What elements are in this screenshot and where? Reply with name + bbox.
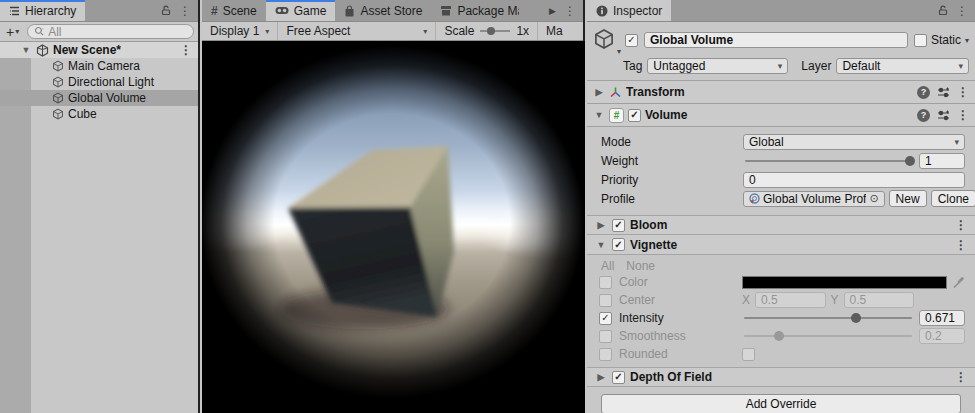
priority-input[interactable]: 0 [743,172,965,188]
smoothness-slider-handle[interactable] [774,331,784,341]
intensity-input[interactable]: 0.671 [919,310,965,326]
rounded-override-checkbox[interactable] [599,348,612,361]
intensity-slider-handle[interactable] [851,313,861,323]
presets-icon[interactable] [937,110,950,121]
chevron-down-icon: ▾ [265,27,269,36]
game-menu-icon[interactable]: ⋮ [564,5,576,17]
maximize-toggle[interactable]: Ma [538,22,583,40]
inspector-panel: Inspector ⋮ [587,0,975,413]
intensity-slider[interactable] [742,310,914,326]
foldout-open-icon[interactable]: ▼ [595,240,607,250]
help-icon[interactable]: ? [917,86,930,99]
scale-slider-handle[interactable] [487,27,495,35]
foldout-closed-icon[interactable]: ▶ [593,87,605,97]
object-picker-icon[interactable]: ⊙ [869,192,878,205]
dof-override-header[interactable]: ▶ ✓ Depth Of Field ⋮ [587,367,975,387]
dof-enabled-checkbox[interactable]: ✓ [612,371,625,384]
lock-icon[interactable] [161,5,171,16]
bloom-override-header[interactable]: ▶ ✓ Bloom ⋮ [587,215,975,235]
weight-input[interactable]: 1 [919,153,965,169]
profile-label: Profile [601,192,739,206]
color-swatch[interactable] [742,276,947,289]
component-menu-icon[interactable]: ⋮ [957,109,969,121]
game-viewport[interactable] [202,41,585,413]
center-override-checkbox[interactable] [599,294,612,307]
tag-dropdown[interactable]: Untagged ▾ [647,58,788,74]
aspect-dropdown[interactable]: Free Aspect ▾ [278,22,436,40]
volume-component-header[interactable]: ▼ # ✓ Volume ? ⋮ [587,104,975,127]
add-override-button[interactable]: Add Override [601,394,961,413]
foldout-closed-icon[interactable]: ▶ [595,372,607,382]
smoothness-override-checkbox[interactable] [599,330,612,343]
intensity-override-checkbox[interactable]: ✓ [599,312,612,325]
tab-scene[interactable]: # Scene [202,0,266,21]
smoothness-input[interactable]: 0.2 [919,328,965,344]
static-dropdown-icon[interactable]: ▾ [965,36,969,45]
foldout-open-icon[interactable]: ▼ [20,45,32,55]
gameobject-icon[interactable]: ▾ [593,28,619,52]
scene-menu-icon[interactable]: ⋮ [180,44,192,56]
profile-clone-button[interactable]: Clone [931,190,975,207]
scale-slider[interactable] [480,26,510,36]
profile-new-button[interactable]: New [889,190,927,207]
hierarchy-item-cube[interactable]: Cube [0,106,198,122]
script-icon: # [609,108,624,123]
vignette-override-header[interactable]: ▼ ✓ Vignette ⋮ [587,235,975,255]
presets-icon[interactable] [937,87,950,98]
transform-icon [609,86,622,99]
item-label: Main Camera [68,59,140,73]
gameobject-cube-icon [52,108,64,120]
transform-component-header[interactable]: ▶ Transform ? ⋮ [587,81,975,104]
tab-hierarchy[interactable]: Hierarchy [0,0,85,21]
select-all-link[interactable]: All [601,259,614,273]
active-checkbox[interactable]: ✓ [625,34,638,47]
override-menu-icon[interactable]: ⋮ [955,371,967,383]
static-checkbox[interactable] [914,34,927,47]
gameobject-name-input[interactable]: Global Volume [644,32,908,48]
component-menu-icon[interactable]: ⋮ [957,86,969,98]
tab-asset-store[interactable]: Asset Store [335,0,431,21]
bloom-title: Bloom [630,218,667,232]
add-object-button[interactable]: + ▾ [4,24,21,40]
tab-scroll-icon[interactable]: ▶ [549,6,556,16]
tab-game[interactable]: Game [266,0,336,21]
add-override-label: Add Override [746,397,817,411]
select-none-link[interactable]: None [626,259,655,273]
hierarchy-item-main-camera[interactable]: Main Camera [0,58,198,74]
game-tabbar: # Scene Game Asset Store [202,0,583,22]
hierarchy-item-global-volume[interactable]: Global Volume [0,90,198,106]
help-icon[interactable]: ? [917,109,930,122]
volume-enabled-checkbox[interactable]: ✓ [628,109,641,122]
tab-package-manager[interactable]: Package Ma [431,0,519,21]
center-y-input[interactable]: 0.5 [844,292,914,308]
mode-dropdown[interactable]: Global ▾ [743,134,965,150]
eyedropper-icon[interactable] [952,276,965,289]
hierarchy-search-input[interactable]: All [27,24,194,39]
display-dropdown[interactable]: Display 1 ▾ [202,22,278,40]
vignette-enabled-checkbox[interactable]: ✓ [612,238,625,251]
vignette-override-body: All None Color [587,255,975,367]
bloom-enabled-checkbox[interactable]: ✓ [612,219,625,232]
weight-slider[interactable] [743,153,915,169]
tab-inspector[interactable]: Inspector [587,0,671,21]
rounded-value-checkbox[interactable] [742,348,755,361]
lock-icon[interactable] [938,5,948,16]
override-menu-icon[interactable]: ⋮ [955,239,967,251]
smoothness-slider[interactable] [742,328,914,344]
scene-row[interactable]: ▼ New Scene* ⋮ [0,42,198,58]
color-override-checkbox[interactable] [599,276,612,289]
foldout-open-icon[interactable]: ▼ [593,110,605,120]
inspector-menu-icon[interactable]: ⋮ [956,5,968,17]
foldout-closed-icon[interactable]: ▶ [595,220,607,230]
chevron-down-icon: ▾ [423,27,427,36]
override-menu-icon[interactable]: ⋮ [955,219,967,231]
layer-dropdown[interactable]: Default ▾ [836,58,969,74]
profile-object-field[interactable]: Global Volume Prof ⊙ [743,191,885,207]
gamepad-icon [275,6,289,15]
weight-slider-handle[interactable] [905,156,915,166]
hierarchy-item-directional-light[interactable]: Directional Light [0,74,198,90]
hierarchy-menu-icon[interactable]: ⋮ [179,5,191,17]
mode-label: Mode [601,135,739,149]
center-x-input[interactable]: 0.5 [755,292,825,308]
inspector-tabbar: Inspector ⋮ [587,0,975,22]
